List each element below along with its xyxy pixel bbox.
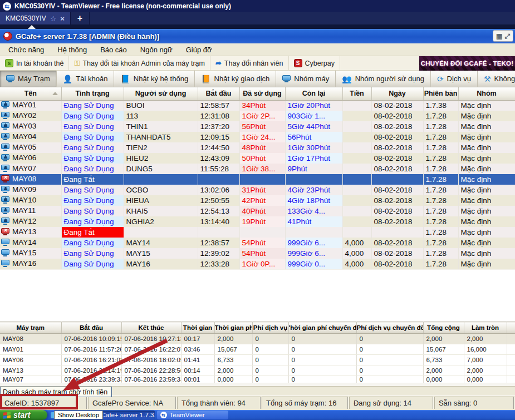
cell-user: 113: [124, 111, 198, 121]
toolbar-button[interactable]: SCyberpay: [289, 56, 341, 70]
station-row[interactable]: MAY09Đang Sử DụngOCBO13:02:0631Phút4Giờ …: [0, 185, 515, 195]
menu-item[interactable]: Chức năng: [2, 45, 50, 55]
billing-cell: 07-06-2016 18:02:09: [121, 355, 181, 365]
billing-column-header[interactable]: Làm tròn: [464, 322, 507, 334]
billing-cell: 0,000: [464, 376, 507, 383]
taskbar-button-teamviewer[interactable]: ⇆TeamViewer: [157, 411, 228, 419]
station-row[interactable]: MAY07Đang Sử DụngDUNG511:55:281Giờ 38...…: [0, 164, 515, 174]
new-tab-button[interactable]: +: [71, 12, 90, 24]
gcafe-teko-banner[interactable]: CHUYỂN ĐỔI GCAFÉ - TEKO!: [419, 56, 515, 71]
nav-tab-nhật-ký-giao-dịch[interactable]: 📙Nhật ký giao dịch: [195, 71, 276, 87]
column-header-name[interactable]: Tên: [0, 87, 61, 100]
station-row[interactable]: MAY10Đang Sử DụngHIEUA12:50:5542Phút4Giờ…: [0, 195, 515, 206]
column-header-group[interactable]: Nhóm: [458, 87, 515, 100]
billing-column-header[interactable]: Tổng cộng: [423, 322, 464, 334]
cell-status: Đang Sử Dụng: [61, 111, 124, 121]
billing-column-header[interactable]: Kết thúc: [121, 322, 181, 334]
billing-cell: 0: [288, 376, 356, 383]
toolbar-button[interactable]: sIn tài khoản thẻ: [0, 56, 69, 70]
station-row[interactable]: MAY06Đang Sử DụngHIEU212:43:0950Phút1Giờ…: [0, 153, 515, 164]
column-header-date[interactable]: Ngày: [371, 87, 423, 100]
column-header-version[interactable]: Phiên bản: [423, 87, 458, 100]
station-row[interactable]: MAY05Đang Sử DụngTIEN212:44:5048Phút1Giờ…: [0, 142, 515, 153]
service-icon: ⟳: [437, 75, 444, 83]
billing-column-header[interactable]: Máy trạm: [0, 322, 61, 334]
remote-window-controls[interactable]: ▦ ⤢: [493, 30, 513, 42]
cell-money: [342, 121, 371, 132]
station-row[interactable]: MAY14Đang Sử DụngMAY1412:38:5754Phút999G…: [0, 238, 515, 248]
cell-used: [239, 227, 285, 238]
station-row[interactable]: MAY03Đang Sử DụngTHIN112:37:2056Phút5Giờ…: [0, 121, 515, 132]
menu-item[interactable]: Giúp đỡ: [180, 45, 218, 55]
billing-column-header[interactable]: Phí dịch vụ chuyển đến: [356, 322, 423, 334]
windows-flag-icon: [3, 412, 11, 418]
nav-tab-máy-trạm[interactable]: Máy Trạm: [0, 71, 57, 87]
toolbar-button[interactable]: ➦Thay đổi nhân viên: [210, 56, 289, 70]
station-row[interactable]: MAY02Đang Sử Dụng11312:31:081Giờ 2P...90…: [0, 111, 515, 121]
cell-group: Mặc định: [458, 100, 515, 111]
nav-tab-tài-khoản[interactable]: 👤Tài khoản: [57, 71, 115, 87]
column-header-user[interactable]: Người sử dụng: [124, 87, 198, 100]
billing-column-header[interactable]: 'hời gian phí chuyển đế: [288, 322, 356, 334]
cell-version: 1.7.28: [423, 206, 458, 216]
column-header-money[interactable]: Tiền: [342, 87, 371, 100]
monitor-user-icon: [1, 196, 9, 204]
session-tab[interactable]: KMC0530YIV ☆ ×: [0, 12, 71, 24]
toolbar-button[interactable]: ⚿Thay đổi tài khoản Admin của máy trạm: [69, 56, 210, 70]
column-header-status[interactable]: Tình trạng: [61, 87, 124, 100]
taskbar-button-label: GCafe+ server 1.7.3...: [96, 412, 155, 418]
column-header-start[interactable]: Bắt đầu: [198, 87, 239, 100]
nav-tab-nhóm-người-sử-dụng[interactable]: 👥Nhóm người sử dụng: [336, 71, 431, 87]
cell-name: MAY16: [0, 259, 61, 269]
start-button[interactable]: start: [0, 410, 47, 420]
billing-cell: 07-06-2016 16:22:07: [121, 344, 181, 355]
station-row[interactable]: MAY16Đang Sử DụngMAY1612:33:281Giờ 0P...…: [0, 259, 515, 269]
station-row[interactable]: ✕MAY13Đang Tắt1.7.28Mặc định: [0, 227, 515, 238]
billing-cell: [507, 344, 515, 355]
menu-item[interactable]: Ngôn ngữ: [134, 45, 179, 55]
nav-tab-không-chế-ứng-dụng[interactable]: ⚒Không chế ứng dụng: [478, 71, 515, 87]
station-row[interactable]: MAY12Đang Sử DụngNGHIA213:14:4019Phút41P…: [0, 216, 515, 227]
station-name-label: MAY11: [12, 206, 36, 215]
app-control-icon: ⚒: [484, 75, 491, 83]
cell-version: 1.7.28: [423, 111, 458, 121]
toolbar-button-label: Thay đổi tài khoản Admin của máy trạm: [82, 60, 205, 67]
cell-name: MAY02: [0, 111, 61, 121]
billing-row[interactable]: MAY0707-06-2016 23:39:3307-06-2016 23:59…: [0, 376, 515, 383]
station-row[interactable]: MAY11Đang Sử DụngKHAI512:54:1340Phút133G…: [0, 206, 515, 216]
cell-version: 1.7.28: [423, 216, 458, 227]
menu-item[interactable]: Hệ thống: [51, 45, 93, 55]
grid-icon[interactable]: ▦: [496, 32, 502, 40]
favorite-star-icon[interactable]: ☆: [50, 14, 57, 23]
nav-tab-label: Nhóm máy: [294, 75, 329, 83]
billing-row[interactable]: MAY1307-06-2016 22:14:1907-06-2016 22:28…: [0, 365, 515, 376]
billing-cell: 07-06-2016 23:59:33: [121, 376, 181, 383]
menu-item[interactable]: Báo cáo: [94, 45, 133, 55]
nav-tab-dịch-vụ[interactable]: ⟳Dịch vụ: [431, 71, 478, 87]
nav-tab-nhóm-máy[interactable]: Nhóm máy: [276, 71, 336, 87]
toolbar-button-label: In tài khoản thẻ: [16, 60, 63, 67]
billing-column-header[interactable]: Thời gian: [181, 322, 214, 334]
billing-row[interactable]: MAY0107-06-2016 11:57:2607-06-2016 16:22…: [0, 344, 515, 355]
station-row[interactable]: MAY04Đang Sử DụngTHANHDAT512:09:151Giờ 2…: [0, 132, 515, 142]
column-header-remaining[interactable]: Còn lại: [285, 87, 342, 100]
station-row[interactable]: MAY01Đang Sử DụngBUOI12:58:5734Phút1Giờ …: [0, 100, 515, 111]
billing-column-header[interactable]: Bắt đầu: [61, 322, 121, 334]
station-row[interactable]: ✕MAY08Đang Tắt1.7.28Mặc định: [0, 174, 515, 185]
fullscreen-icon[interactable]: ⤢: [504, 32, 510, 40]
column-header-used[interactable]: Đã sử dụng: [239, 87, 285, 100]
station-row[interactable]: MAY15Đang Sử DụngMAY1512:39:0254Phút999G…: [0, 248, 515, 259]
cell-version: 1.7.28: [423, 164, 458, 174]
billing-column-header[interactable]: [507, 322, 515, 334]
nav-tab-nhật-ký-hệ-thống[interactable]: 📘Nhật ký hệ thống: [114, 71, 195, 87]
billing-row[interactable]: MAY0807-06-2016 10:09:1507-06-2016 10:27…: [0, 334, 515, 344]
billing-row[interactable]: MAY0607-06-2016 16:21:0807-06-2016 18:02…: [0, 355, 515, 365]
menubar: Chức năngHệ thốngBáo cáoNgôn ngữGiúp đỡ: [0, 43, 515, 56]
teamviewer-tabbar: KMC0530YIV ☆ × +: [0, 12, 515, 24]
cell-name: MAY05: [0, 142, 61, 153]
billing-column-header[interactable]: Thời gian phí: [214, 322, 252, 334]
billing-column-header[interactable]: Phí dịch vụ: [252, 322, 288, 334]
cell-user: MAY14: [124, 238, 198, 248]
tab-close-icon[interactable]: ×: [60, 14, 65, 23]
table-empty-area: [0, 269, 515, 322]
